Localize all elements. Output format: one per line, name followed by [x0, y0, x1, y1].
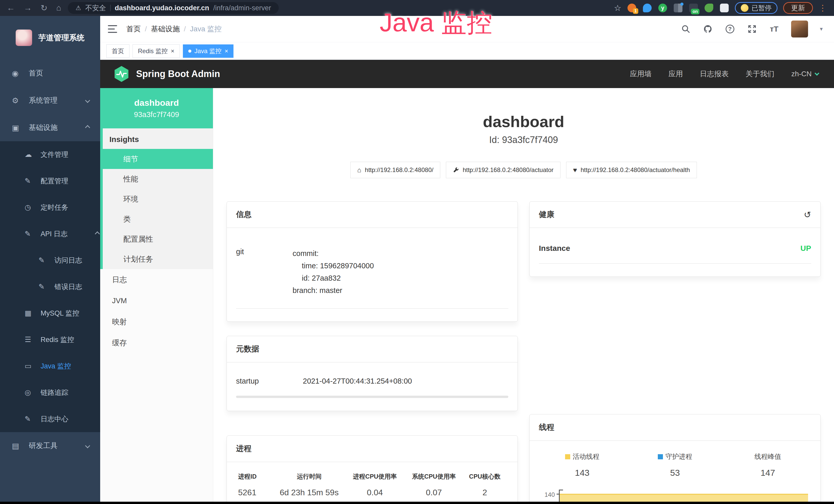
extension-icon[interactable] — [673, 3, 683, 13]
sidebar-item-home[interactable]: ◉ 首页 — [0, 60, 100, 87]
fullscreen-icon[interactable] — [747, 24, 757, 34]
health-row[interactable]: Instance UP — [539, 228, 811, 264]
process-id-value: 5261 — [238, 488, 273, 497]
infrastructure-submenu: ☁ 文件管理 ✎ 配置管理 ◷ 定时任务 ✎ API 日志 — [0, 141, 100, 432]
sidebar-item-label: 配置管理 — [41, 176, 68, 186]
health-url-link[interactable]: ♥ http://192.168.0.2:48080/actuator/heal… — [566, 162, 697, 178]
sba-logo-icon[interactable] — [113, 66, 130, 83]
sidebar-item-dev-tools[interactable]: ▤ 研发工具 — [0, 432, 100, 459]
sidebar-item-error-logs[interactable]: ✎ 错误日志 — [0, 273, 100, 300]
insights-group: Insights 细节 性能 环境 类 配置属性 计划任务 — [100, 129, 213, 269]
sba-item-mappings[interactable]: 映射 — [100, 311, 213, 332]
home-icon[interactable]: ⌂ — [56, 3, 61, 13]
sidebar-item-scheduled-jobs[interactable]: ◷ 定时任务 — [0, 194, 100, 221]
sba-body: dashboard 93a3fc7f7409 Insights 细节 性能 环境… — [100, 88, 834, 504]
breadcrumb: 首页 / 基础设施 / Java 监控 — [126, 24, 222, 34]
sidebar-item-config-manage[interactable]: ✎ 配置管理 — [0, 168, 100, 194]
sba-item-jvm[interactable]: JVM — [100, 290, 213, 311]
instance-header[interactable]: dashboard 93a3fc7f7409 — [100, 88, 213, 129]
extension-icon[interactable]: 1 — [627, 3, 637, 13]
sidebar-item-label: Redis 监控 — [41, 335, 74, 344]
sba-item-caches[interactable]: 缓存 — [100, 332, 213, 353]
security-label: 不安全 — [85, 3, 106, 13]
sidebar-item-file-manage[interactable]: ☁ 文件管理 — [0, 141, 100, 168]
legend-label: 线程峰值 — [754, 452, 781, 461]
reload-icon[interactable]: ↻ — [41, 3, 47, 13]
sba-nav-journal[interactable]: 日志报表 — [700, 69, 729, 79]
extension-icon[interactable]: y — [658, 3, 667, 13]
font-size-icon[interactable]: тT — [769, 24, 779, 34]
sidebar-item-label: Java 监控 — [41, 362, 71, 371]
cards-column-right: 健康 ↺ Instance UP — [529, 201, 821, 504]
sidebar-item-java-monitor[interactable]: ▭ Java 监控 — [0, 353, 100, 379]
search-icon[interactable] — [681, 24, 691, 34]
health-instance-label: Instance — [539, 244, 570, 253]
chevron-down-icon — [85, 98, 90, 103]
hamburger-icon[interactable] — [108, 25, 117, 33]
sidebar-item-label: 系统管理 — [29, 95, 58, 105]
sba-brand[interactable]: Spring Boot Admin — [136, 69, 220, 79]
extension-icon[interactable] — [704, 3, 714, 13]
breadcrumb-item[interactable]: 基础设施 — [151, 24, 180, 34]
metadata-key: startup — [236, 377, 303, 385]
health-card: 健康 ↺ Instance UP — [529, 201, 821, 277]
column-header: 进程CPU使用率 — [346, 473, 404, 481]
history-icon[interactable]: ↺ — [804, 209, 811, 220]
sba-nav-wallboard[interactable]: 应用墙 — [630, 69, 652, 79]
url-path: /infra/admin-server — [213, 4, 271, 12]
sidebar-item-label: 错误日志 — [54, 282, 82, 292]
sba-item-classes[interactable]: 类 — [103, 209, 213, 229]
sidebar-item-api-logs[interactable]: ✎ API 日志 — [0, 221, 100, 247]
extension-glyph — [705, 4, 713, 12]
column-header: 运行时间 — [273, 473, 346, 481]
user-avatar[interactable] — [791, 21, 808, 38]
tab-java-monitor[interactable]: Java 监控 × — [183, 44, 234, 58]
help-icon[interactable]: ? — [725, 24, 735, 34]
app-logo-row[interactable]: 芋道管理系统 — [0, 16, 100, 60]
back-icon[interactable]: ← — [7, 3, 15, 13]
service-url-link[interactable]: ⌂ http://192.168.0.2:48080/ — [350, 162, 440, 178]
page-title: dashboard — [213, 112, 834, 131]
sba-item-metrics[interactable]: 性能 — [103, 169, 213, 189]
forward-icon[interactable]: → — [24, 3, 32, 13]
extension-icon[interactable] — [642, 3, 652, 13]
tab-redis-monitor[interactable]: Redis 监控 × — [133, 44, 180, 58]
close-icon[interactable]: × — [224, 47, 228, 55]
instance-id-line: Id: 93a3fc7f7409 — [213, 135, 834, 145]
extensions-puzzle-icon[interactable] — [720, 3, 729, 13]
process-table-headers: 进程ID 运行时间 进程CPU使用率 系统CPU使用率 CPU核心数 — [238, 473, 506, 481]
sba-item-config-props[interactable]: 配置属性 — [103, 229, 213, 249]
sba-item-environment[interactable]: 环境 — [103, 189, 213, 209]
sidebar-item-mysql-monitor[interactable]: ▦ MySQL 监控 — [0, 300, 100, 326]
sba-item-details[interactable]: 细节 — [103, 149, 213, 169]
sba-language-select[interactable]: zh-CN — [791, 70, 818, 78]
breadcrumb-item[interactable]: 首页 — [126, 24, 141, 34]
gear-icon: ⚙ — [12, 96, 23, 105]
address-bar[interactable]: ⚠ 不安全 dashboard.yudao.iocoder.cn /infra/… — [68, 2, 279, 14]
github-icon[interactable] — [703, 24, 713, 34]
horizontal-scrollbar[interactable] — [236, 396, 508, 398]
sidebar-item-system[interactable]: ⚙ 系统管理 — [0, 87, 100, 114]
close-icon[interactable]: × — [171, 47, 174, 55]
actuator-url-link[interactable]: http://192.168.0.2:48080/actuator — [446, 162, 561, 178]
metadata-card: 元数据 startup 2021-04-27T00:44:31.254+08:0… — [226, 336, 518, 411]
sba-nav-about[interactable]: 关于我们 — [746, 69, 774, 79]
browser-menu-icon[interactable]: ⋮ — [818, 3, 827, 13]
sidebar-item-label: 定时任务 — [41, 203, 68, 212]
sba-nav-applications[interactable]: 应用 — [668, 69, 683, 79]
tab-home[interactable]: 首页 — [106, 44, 129, 58]
chrome-update-button[interactable]: 更新 — [783, 2, 813, 14]
user-menu-caret-icon[interactable]: ▾ — [820, 26, 823, 32]
sidebar-item-access-logs[interactable]: ✎ 访问日志 — [0, 247, 100, 273]
sidebar-item-redis-monitor[interactable]: ☰ Redis 监控 — [0, 326, 100, 353]
sidebar-item-log-center[interactable]: ✎ 日志中心 — [0, 406, 100, 432]
pin-icon — [643, 4, 652, 12]
info-card: 信息 git commit: time: 1596289704000 — [226, 201, 518, 322]
sba-item-logs[interactable]: 日志 — [100, 269, 213, 290]
sidebar-item-infrastructure[interactable]: ▣ 基础设施 — [0, 114, 100, 141]
sba-item-scheduled-tasks[interactable]: 计划任务 — [103, 249, 213, 269]
bookmark-star-icon[interactable]: ☆ — [614, 3, 621, 13]
extension-icon[interactable]: on — [688, 3, 698, 13]
sidebar-item-trace[interactable]: ◎ 链路追踪 — [0, 379, 100, 406]
profile-paused-badge[interactable]: 已暂停 — [735, 2, 777, 14]
